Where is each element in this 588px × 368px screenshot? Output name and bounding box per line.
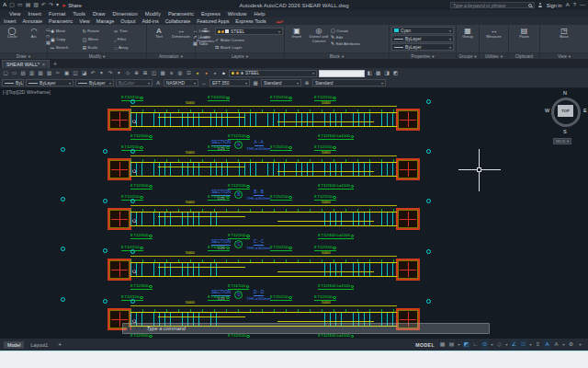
menu-item-help[interactable]: Help: [254, 11, 265, 17]
close-icon[interactable]: ×: [42, 62, 45, 67]
command-input[interactable]: Type a command: [147, 326, 186, 331]
search-input[interactable]: [453, 3, 526, 8]
qat-dropdown-icon[interactable]: ▾: [56, 0, 59, 10]
viewcube[interactable]: TOP N W S E WCS▾: [548, 90, 588, 147]
layer-control-combo[interactable]: STEEL▾: [229, 70, 317, 77]
account-icon[interactable]: [538, 3, 543, 7]
linetype-combo[interactable]: ByLayer▾: [391, 43, 454, 51]
layer-on-bulb-icon[interactable]: ●: [194, 69, 201, 77]
lineweight-combo[interactable]: ByLayer▾: [391, 35, 454, 42]
layer-color-swatch-icon[interactable]: ■: [220, 69, 228, 77]
ortho-mode-icon[interactable]: ∟: [471, 339, 480, 350]
create-block-button[interactable]: ▢Create: [331, 28, 360, 33]
ribbon-tab-featured-apps[interactable]: Featured Apps: [197, 18, 229, 24]
layer-freeze-sun-icon[interactable]: ●: [203, 69, 210, 77]
viewcube-west[interactable]: W: [545, 108, 549, 113]
quick-filter-combo[interactable]: [319, 70, 365, 77]
redo-icon[interactable]: ↷: [107, 69, 114, 77]
array-button[interactable]: ∷Array: [114, 43, 143, 52]
object-color-combo[interactable]: Cyan▾: [391, 27, 454, 34]
edit-attributes-button[interactable]: ✎Edit Attributes: [331, 40, 360, 46]
dim-style-icon[interactable]: ↔: [200, 79, 208, 87]
match-layer-button[interactable]: ⇆Match Layer: [215, 44, 283, 50]
isodraft-icon[interactable]: ◇: [495, 339, 503, 350]
isodraft-dropdown-icon[interactable]: ▾: [504, 339, 509, 350]
text-style-combo[interactable]: NASKHD▾: [164, 79, 198, 86]
layer-isolate-icon[interactable]: ◨: [383, 69, 390, 77]
autocad-logo-icon[interactable]: A: [3, 0, 6, 10]
open-icon[interactable]: ▭: [11, 69, 18, 77]
save-icon[interactable]: ▤: [19, 69, 27, 77]
panel-label-block[interactable]: Block▾: [285, 52, 389, 59]
menu-item-format[interactable]: Format: [49, 11, 65, 17]
circle-button[interactable]: ◯Circle: [1, 26, 23, 52]
save-icon[interactable]: ▤: [26, 0, 31, 10]
viewcube-north[interactable]: N: [563, 90, 567, 96]
dim-style-combo[interactable]: EFT 350▾: [209, 79, 250, 86]
customize-plus-icon[interactable]: +: [576, 339, 584, 350]
panel-label-properties[interactable]: Properties▾: [390, 52, 456, 59]
ribbon-tab-collaborate[interactable]: Collaborate: [165, 18, 191, 24]
properties-icon[interactable]: ▦: [159, 69, 166, 77]
autoscale-icon[interactable]: A: [552, 339, 560, 350]
base-view-button[interactable]: ◳ Base: [541, 26, 587, 52]
polar-tracking-icon[interactable]: ⊙: [481, 339, 489, 350]
help-icon[interactable]: ?: [573, 0, 576, 10]
match-properties-icon[interactable]: ◪: [81, 69, 88, 77]
ribbon-tab-output[interactable]: Output: [120, 18, 135, 24]
snap-dropdown-icon[interactable]: ▾: [457, 339, 461, 350]
panel-label-draw[interactable]: Draw▾: [0, 52, 47, 59]
ribbon-tab-add-ins[interactable]: Add-ins: [141, 18, 158, 24]
share-button[interactable]: ➤ Share: [62, 2, 82, 8]
redo-dropdown-icon[interactable]: ▾: [116, 69, 123, 77]
toolpalettes-icon[interactable]: ◍: [176, 69, 184, 77]
viewcube-south[interactable]: S: [563, 129, 567, 134]
linetype-control-combo[interactable]: ByLayer▾: [26, 79, 74, 86]
annotation-scale-dropdown-icon[interactable]: ▾: [561, 339, 566, 350]
ribbon-tab-express-tools[interactable]: Express Tools: [235, 18, 266, 24]
ribbon-options-icon[interactable]: ▬▾: [277, 18, 284, 24]
polar-dropdown-icon[interactable]: ▾: [490, 339, 494, 350]
undo-icon[interactable]: ↶: [89, 69, 96, 77]
paste-clip-icon[interactable]: ◫: [72, 69, 79, 77]
trim-button[interactable]: ✂Trim: [114, 27, 143, 35]
zoom-previous-icon[interactable]: ◰: [151, 69, 158, 77]
workspace-gear-icon[interactable]: ⚙: [567, 339, 575, 350]
multileader-style-combo[interactable]: Standard▾: [312, 79, 386, 86]
help-search-box[interactable]: [450, 2, 535, 8]
ribbon-tab-view[interactable]: View: [79, 18, 90, 24]
detect-convert-button[interactable]: ◎Detect and Convert: [308, 26, 330, 52]
layout-tab-layout1[interactable]: Layout1: [27, 341, 51, 349]
plotstyle-control-combo[interactable]: ByColor▾: [116, 79, 153, 86]
dynamic-input-icon[interactable]: ◩: [462, 339, 470, 350]
table-style-combo[interactable]: Standard▾: [261, 79, 301, 86]
menu-item-insert[interactable]: Insert: [28, 11, 41, 17]
panel-label-view[interactable]: View▾: [540, 52, 588, 59]
cut-icon[interactable]: ✂: [54, 69, 62, 77]
pan-icon[interactable]: ◇: [124, 69, 131, 77]
viewport-controls[interactable]: [-][Top][2D Wireframe]: [3, 89, 51, 95]
new-file-icon[interactable]: ▢: [9, 0, 15, 10]
text-style-icon[interactable]: A: [154, 79, 162, 87]
lineweight-control-combo[interactable]: ByLayer▾: [75, 79, 114, 86]
publish-icon[interactable]: ▨: [46, 69, 53, 77]
panel-label-utilities[interactable]: Utilities▾: [480, 52, 508, 59]
command-dropdown-icon[interactable]: ▾: [484, 327, 486, 331]
dimension-button[interactable]: ↔Dimension: [170, 26, 192, 52]
plot-icon[interactable]: ▥: [28, 69, 36, 77]
open-file-icon[interactable]: ▭: [17, 0, 23, 10]
menu-item-express[interactable]: Express: [201, 11, 220, 17]
quickcalc-icon[interactable]: ⊡: [186, 69, 193, 77]
fillet-button[interactable]: ◞Fillet: [114, 35, 143, 43]
scale-button[interactable]: ⊞Scale: [83, 43, 112, 52]
menu-item-modify[interactable]: Modify: [145, 11, 161, 17]
undo-icon[interactable]: ↶: [41, 0, 46, 10]
undo-dropdown-icon[interactable]: ▾: [98, 69, 106, 77]
copy-button[interactable]: ▣Copy: [51, 35, 80, 43]
menu-item-draw[interactable]: Draw: [93, 11, 106, 17]
lineweight-display-icon[interactable]: ≡: [534, 339, 542, 350]
preview-icon[interactable]: ▧: [37, 69, 44, 77]
layer-previous-icon[interactable]: ◧: [366, 69, 373, 77]
menu-item-tools[interactable]: Tools: [73, 11, 85, 17]
layer-lock-icon[interactable]: ●: [211, 69, 219, 77]
